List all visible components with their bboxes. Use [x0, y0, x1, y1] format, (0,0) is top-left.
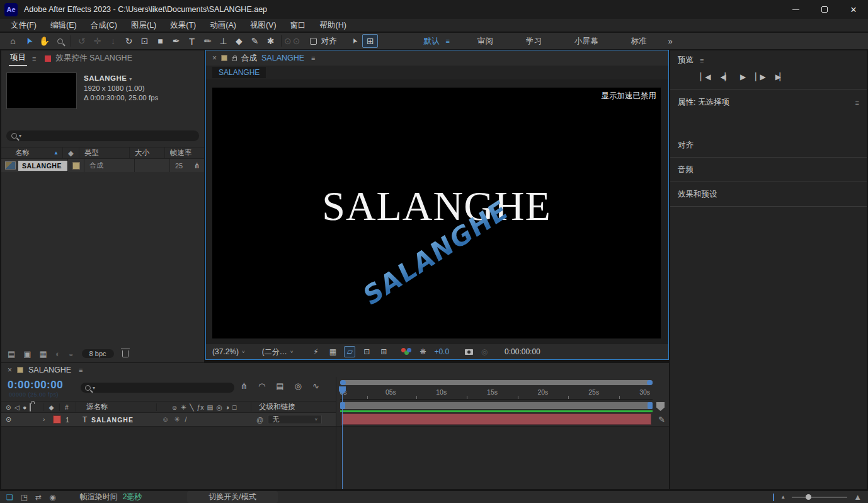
shield-icon[interactable]: [656, 402, 665, 411]
composition-canvas[interactable]: 显示加速已禁用 SALANGHE SALANGHE: [212, 88, 661, 338]
lock-column-icon[interactable]: [30, 403, 31, 411]
label-column-icon[interactable]: ◆: [43, 403, 59, 411]
layer-quality-icon[interactable]: /: [185, 415, 186, 424]
workspace-menu-icon[interactable]: ≡: [443, 37, 460, 45]
minimize-button[interactable]: [781, 0, 810, 19]
quality-icon[interactable]: ╲: [190, 403, 193, 411]
interpret-footage-icon[interactable]: ▤: [8, 349, 15, 359]
column-size[interactable]: 大小: [130, 147, 165, 158]
frame-blending-icon[interactable]: ▤: [276, 381, 283, 391]
adjustment-layer-icon[interactable]: ◑: [226, 403, 229, 411]
camera-tool[interactable]: ⊡: [137, 34, 152, 48]
playhead-line[interactable]: [342, 386, 343, 489]
snapshot-icon[interactable]: [465, 349, 473, 355]
zoom-tool[interactable]: [52, 34, 68, 48]
panel-effects-presets[interactable]: 效果和预设: [670, 182, 867, 206]
layer-shy-icon[interactable]: ☺: [162, 415, 169, 424]
layer-eye-icon[interactable]: ⊙: [1, 415, 14, 424]
panel-menu-icon[interactable]: ≡: [79, 366, 83, 374]
close-tab-icon[interactable]: ×: [212, 54, 217, 62]
lock-icon[interactable]: [232, 57, 237, 61]
time-ruler[interactable]: 0s 05s 10s 15s 20s 25s 30s: [340, 386, 653, 400]
layer-number-column[interactable]: #: [59, 403, 76, 411]
layer-duration-bar[interactable]: [341, 413, 651, 425]
new-folder-icon[interactable]: ▣: [23, 349, 31, 359]
project-search-input[interactable]: ▾: [6, 130, 199, 141]
scrollbar-right-handle[interactable]: [647, 380, 653, 385]
zoom-out-icon[interactable]: ▲: [780, 494, 785, 500]
rectangle-tool[interactable]: ■: [152, 34, 168, 48]
magnification-dropdown[interactable]: (37.2%)˅: [212, 347, 245, 356]
audio-icon[interactable]: ◁: [14, 403, 20, 411]
toggle-switches-modes-button[interactable]: 切换开关/模式: [187, 491, 277, 503]
menu-animation[interactable]: 动画(A): [203, 20, 243, 31]
motion-blur-icon[interactable]: ◎: [295, 381, 302, 391]
first-frame-button[interactable]: ▏◀: [700, 72, 709, 81]
align-toggle[interactable]: 对齐: [310, 36, 336, 47]
workspace-learn[interactable]: 学习: [510, 36, 558, 47]
type-tool[interactable]: T: [184, 34, 200, 48]
puppet-pin-tool[interactable]: ✱: [263, 34, 278, 48]
workspace-standard[interactable]: 标准: [614, 36, 663, 47]
work-area-end-handle[interactable]: [648, 402, 653, 409]
pen-tool[interactable]: ✒: [168, 34, 184, 48]
exposure-reset-icon[interactable]: ❋: [417, 346, 428, 357]
clone-stamp-tool[interactable]: ⊥: [215, 34, 231, 48]
menu-help[interactable]: 帮助(H): [313, 20, 353, 31]
menu-effect[interactable]: 效果(T): [163, 20, 203, 31]
video-eye-icon[interactable]: ⊙: [6, 403, 11, 411]
previous-frame-button[interactable]: ◀▏: [720, 72, 729, 81]
solo-icon[interactable]: ●: [23, 403, 26, 411]
status-arrows-icon[interactable]: ⇄: [35, 493, 42, 502]
selection-tool[interactable]: ➤: [19, 31, 38, 51]
timeline-horizontal-scrollbar[interactable]: [340, 380, 653, 385]
timeline-search-input[interactable]: ▾: [81, 383, 234, 393]
menu-file[interactable]: 文件(F): [4, 20, 43, 31]
menu-layer[interactable]: 图层(L): [124, 20, 163, 31]
panel-menu-icon[interactable]: ≡: [311, 54, 315, 62]
shy-icon[interactable]: ☺: [171, 403, 178, 411]
status-3d-icon[interactable]: ◉: [49, 493, 55, 502]
panel-menu-icon[interactable]: ≡: [32, 55, 36, 62]
menu-view[interactable]: 视图(V): [243, 20, 283, 31]
hand-tool[interactable]: ✋: [37, 34, 52, 48]
work-area-start-handle[interactable]: [340, 402, 345, 409]
rotation-tool[interactable]: ↻: [121, 34, 137, 48]
channel-icon[interactable]: [401, 348, 411, 356]
timeline-zoom-slider[interactable]: [792, 497, 847, 498]
parent-dropdown[interactable]: 无 ˅: [268, 415, 322, 424]
panel-menu-icon[interactable]: ≡: [855, 99, 859, 107]
project-item-name[interactable]: SALANGHE: [18, 161, 67, 171]
menu-composition[interactable]: 合成(C): [84, 20, 124, 31]
roto-brush-tool[interactable]: ✎: [247, 34, 263, 48]
column-framerate[interactable]: 帧速率: [165, 147, 204, 158]
layer-name[interactable]: SALANGHE: [91, 416, 156, 424]
work-area-bar[interactable]: [340, 402, 653, 409]
column-name[interactable]: 名称 ▲: [1, 147, 63, 158]
collapse-icon[interactable]: ✳: [181, 403, 186, 411]
layer-collapse-icon[interactable]: ✳: [174, 415, 180, 424]
timeline-tab[interactable]: × SALANGHE ≡: [1, 363, 669, 377]
source-name-column[interactable]: 源名称: [76, 402, 156, 412]
zoom-in-icon[interactable]: ▲: [854, 492, 862, 502]
layer-expander-icon[interactable]: ›: [43, 416, 53, 423]
composition-viewer-tab[interactable]: × 合成 SALANGHE ≡: [206, 50, 668, 66]
draft-3d-icon[interactable]: ◠: [258, 381, 265, 391]
home-button[interactable]: ⌂: [5, 34, 21, 48]
cursor-snap-icon[interactable]: ➤: [345, 31, 365, 51]
column-type[interactable]: 类型: [79, 147, 130, 158]
guides-icon[interactable]: ⊞: [378, 346, 389, 357]
next-frame-button[interactable]: ▏▶: [755, 72, 764, 81]
workspace-small-screen[interactable]: 小屏幕: [558, 36, 615, 47]
new-composition-icon[interactable]: ▦: [40, 349, 47, 359]
play-button[interactable]: ▶: [740, 72, 745, 81]
brush-tool[interactable]: ✏: [200, 34, 215, 48]
transparency-grid-icon[interactable]: ▦: [327, 346, 338, 357]
status-composition-icon[interactable]: ❏: [6, 493, 13, 502]
bit-depth-button[interactable]: 8 bpc: [82, 349, 114, 358]
delete-icon[interactable]: [122, 350, 128, 357]
resolution-dropdown[interactable]: (二分…˅: [262, 347, 294, 357]
maximize-button[interactable]: [810, 0, 839, 19]
column-label[interactable]: ◆: [63, 147, 79, 158]
graph-editor-icon[interactable]: ∿: [312, 381, 319, 391]
